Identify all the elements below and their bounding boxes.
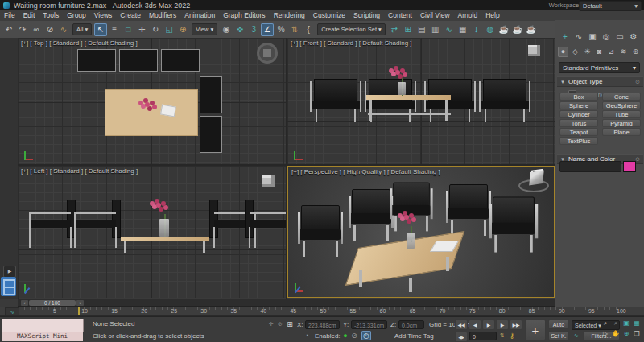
select-and-rotate-icon[interactable]: ↻ [149, 23, 162, 36]
workspaces-dropdown[interactable]: Default ▾ [579, 1, 642, 11]
next-frame-button[interactable]: ▶ [496, 319, 509, 330]
object-color-swatch[interactable] [623, 161, 636, 172]
zoom-extents-all-icon[interactable]: ▦ [632, 319, 642, 328]
zoom-all-icon[interactable]: ⌕ [611, 319, 621, 328]
z-coordinate-field[interactable]: 0,0cm [398, 320, 424, 329]
select-region-icon[interactable]: □ [122, 23, 134, 36]
time-slider-track[interactable]: ‹ 0 / 100 › [18, 299, 555, 307]
orbit-icon[interactable]: ⊕ [621, 329, 631, 339]
transform-typein-icon[interactable]: ⊞ [285, 319, 295, 329]
viewcube[interactable] [529, 171, 544, 186]
armchair[interactable] [479, 79, 530, 122]
select-and-manipulate-icon[interactable]: ✜ [233, 23, 246, 36]
mini-curve-editor-button[interactable]: ∿ [5, 307, 19, 316]
armchair[interactable] [298, 205, 343, 257]
geometry-category[interactable]: ● [558, 47, 568, 57]
menu-edit[interactable]: Edit [19, 10, 39, 21]
bind-to-space-warp-icon[interactable]: ∿ [57, 23, 70, 36]
use-pivot-center-icon[interactable]: ◉ [220, 23, 233, 36]
plant[interactable] [145, 102, 150, 107]
viewport-front-label[interactable]: [+] [ Front ] [ Standard ] [ Default Sha… [291, 39, 412, 47]
viewport-top-label[interactable]: [+] [ Top ] [ Standard ] [ Default Shadi… [21, 39, 138, 47]
select-link-icon[interactable]: ∞ [30, 23, 43, 36]
selection-lock-icon[interactable]: ⊘ [275, 319, 285, 329]
scene-explorer-icon[interactable]: ▥ [429, 23, 442, 36]
viewcube[interactable] [257, 43, 278, 64]
object-type-button-tube[interactable]: Tube [602, 110, 641, 118]
key-mode-toggle[interactable]: ◀▶ [455, 332, 468, 342]
armchair[interactable] [390, 183, 432, 232]
armchair[interactable] [77, 49, 116, 72]
armchair[interactable] [489, 196, 538, 252]
zoom-extents-icon[interactable]: ▣ [621, 319, 631, 328]
armchair[interactable] [161, 49, 200, 72]
viewport-perspective[interactable]: [+] [ Perspective ] [ High Quality ] [ D… [287, 166, 555, 298]
percent-snap-icon[interactable]: % [275, 23, 287, 36]
object-type-button-teapot[interactable]: Teapot [559, 128, 598, 136]
snap-toggle-3d-icon[interactable]: 3 [247, 23, 260, 36]
viewport-left-label[interactable]: [+] [ Left ] [ Standard ] [ Default Shad… [21, 167, 138, 175]
new-key-tangents-icon[interactable]: ∿ [572, 331, 581, 340]
current-frame-marker[interactable] [78, 307, 80, 315]
previous-frame-arrow[interactable]: ‹ [21, 300, 28, 306]
key-icon[interactable]: ⚷ [507, 331, 517, 340]
selection-filter-dropdown[interactable]: All ▾ [72, 23, 92, 35]
armchair[interactable] [200, 76, 222, 113]
viewport-perspective-label[interactable]: [+] [ Perspective ] [ High Quality ] [ D… [291, 168, 440, 175]
create-tab[interactable]: + [559, 31, 571, 43]
lights-category[interactable]: ☀ [582, 47, 592, 57]
material-editor-icon[interactable]: ◍ [484, 23, 497, 36]
viewcube[interactable] [262, 175, 275, 187]
menu-customize[interactable]: Customize [309, 10, 349, 21]
zoom-icon[interactable]: ⌕ [601, 319, 610, 328]
object-type-button-cylinder[interactable]: Cylinder [559, 110, 598, 118]
time-slider-handle[interactable]: 0 / 100 [29, 300, 76, 306]
select-and-move-icon[interactable]: ✛ [135, 23, 148, 36]
menu-content[interactable]: Content [384, 10, 416, 21]
mirror-icon[interactable]: ⇄ [388, 23, 401, 36]
object-type-button-pyramid[interactable]: Pyramid [602, 119, 641, 127]
armchair[interactable] [310, 79, 361, 122]
maxscript-mini-label[interactable]: MAXScript Mini [2, 332, 83, 341]
rendered-frame-icon[interactable]: ☕ [511, 23, 524, 36]
go-to-end-button[interactable]: ▶▶ [510, 319, 522, 330]
armchair[interactable] [27, 200, 76, 249]
primitives-category-dropdown[interactable]: Standard Primitives ▾ [559, 62, 640, 73]
menu-scripting[interactable]: Scripting [349, 10, 384, 21]
add-time-tag[interactable]: Add Time Tag [394, 332, 434, 340]
schematic-view-icon[interactable]: ▦ [456, 23, 469, 36]
menu-rendering[interactable]: Rendering [270, 10, 309, 21]
select-object-icon[interactable]: ↖ [94, 23, 107, 36]
object-type-button-torus[interactable]: Torus [559, 119, 598, 127]
space-warps-category[interactable]: ≋ [618, 47, 629, 57]
unlink-selection-icon[interactable]: ⊘ [43, 23, 56, 36]
layer-explorer-icon[interactable]: ▤ [415, 23, 428, 36]
render-setup-icon[interactable]: ☕ [497, 23, 510, 36]
maxscript-mini-listener[interactable] [2, 319, 84, 332]
armchair[interactable] [72, 200, 121, 249]
systems-category[interactable]: ⊛ [630, 47, 641, 57]
menu-help[interactable]: Help [481, 10, 503, 21]
object-type-button-cone[interactable]: Cone [602, 93, 641, 101]
object-type-button-geosphere[interactable]: GeoSphere [602, 101, 641, 109]
zoom-region-icon[interactable]: ▷ [601, 329, 610, 339]
degradation-icon[interactable]: ◔ [302, 331, 312, 340]
angle-snap-icon[interactable]: ∠ [261, 23, 274, 36]
select-and-scale-icon[interactable]: ◱ [163, 23, 175, 36]
menu-tools[interactable]: Tools [39, 10, 63, 21]
viewport-splitter-horizontal[interactable] [18, 164, 555, 166]
modify-tab[interactable]: ∿ [573, 31, 584, 43]
play-button[interactable]: ▶ [482, 319, 495, 330]
set-keys-button[interactable]: + [525, 319, 546, 340]
time-tag-clock-icon[interactable]: ◷ [361, 331, 371, 340]
armchair[interactable] [200, 116, 222, 153]
layout-flyout-button[interactable]: ▶ [3, 266, 16, 278]
object-type-button-textplus[interactable]: TextPlus [559, 137, 598, 145]
display-tab[interactable]: ▭ [614, 31, 625, 43]
object-type-button-box[interactable]: Box [559, 93, 598, 101]
menu-views[interactable]: Views [90, 10, 117, 21]
previous-frame-button[interactable]: ◀ [469, 319, 481, 330]
coffee-table[interactable] [105, 89, 198, 136]
object-name-field[interactable] [559, 161, 621, 172]
armchair[interactable] [424, 79, 476, 122]
